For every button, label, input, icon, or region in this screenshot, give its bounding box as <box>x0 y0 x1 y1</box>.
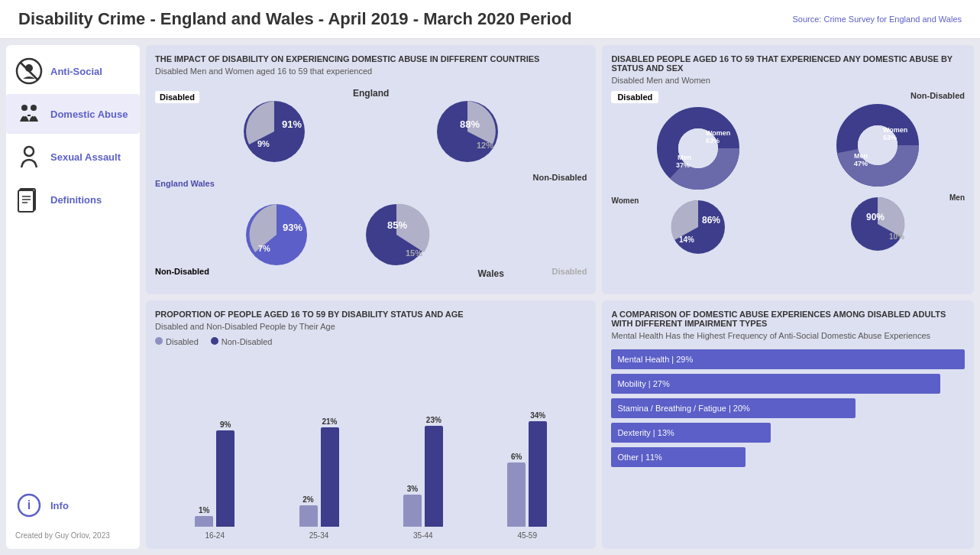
sidebar-item-domestic-abuse[interactable]: Domestic Abuse <box>6 94 140 134</box>
bar-axis-16-24: 16-24 <box>205 531 225 540</box>
sidebar-item-definitions[interactable]: Definitions <box>6 180 140 219</box>
sidebar-info-label: Info <box>50 500 69 511</box>
impairment-bars: Mental Health | 29% Mobility | 27% Stami… <box>611 346 965 540</box>
svg-point-6 <box>24 147 34 156</box>
bar-nondisabled-16-24 <box>216 430 234 527</box>
bar-nondisabled-25-34 <box>321 427 339 527</box>
sidebar-item-info[interactable]: i Info <box>6 485 140 525</box>
svg-text:90%: 90% <box>866 212 885 222</box>
svg-text:Women: Women <box>883 126 907 134</box>
source-text: Source: Crime Survey for England and Wal… <box>792 15 962 24</box>
disabled-right-faded-label: Disabled <box>526 264 587 278</box>
svg-text:63%: 63% <box>706 137 720 144</box>
bar-group-16-24: 1% 9% 16-24 <box>195 420 234 540</box>
main-container: Disability Crime - England and Wales - A… <box>0 0 980 555</box>
impairment-label-2: Stamina / Breathing / Fatigue | 20% <box>617 404 749 413</box>
info-icon: i <box>15 492 43 519</box>
sidebar-item-sexual-assault[interactable]: Sexual Assault <box>6 137 140 177</box>
impairment-bar-stamina: Stamina / Breathing / Fatigue | 20% <box>611 398 855 418</box>
legend-nondisabled-label: Non-Disabled <box>222 337 273 346</box>
sidebar-item-anti-social[interactable]: Anti-Social <box>6 51 140 91</box>
sidebar-item-label-anti-social: Anti-Social <box>50 66 102 77</box>
impairment-label-0: Mental Health | 29% <box>617 355 693 364</box>
svg-text:47%: 47% <box>854 160 868 167</box>
sidebar: Anti-Social Domestic Abuse <box>6 45 140 549</box>
top-right-card: DISABLED PEOPLE AGED 16 TO 59 THAT EXPER… <box>602 45 974 294</box>
bar-disabled-45-59 <box>507 462 526 527</box>
impairment-bar-mobility: Mobility | 27% <box>611 374 940 394</box>
page-title: Disability Crime - England and Wales - A… <box>18 9 572 29</box>
men-nondisabled-bar-section: Men 90% 10% <box>791 193 965 258</box>
impairment-row-3: Dexterity | 13% <box>611 423 965 443</box>
bar-nondisabled-45-59 <box>529 421 547 527</box>
sidebar-created-by: Created by Guy Orlov, 2023 <box>6 528 140 543</box>
impairment-label-3: Dexterity | 13% <box>617 428 674 437</box>
bottom-left-card: PROPORTION OF PEOPLE AGED 16 TO 59 BY DI… <box>146 300 596 550</box>
england-nondisabled-pie: 88% 12% <box>429 93 506 170</box>
sidebar-item-label-sexual-assault: Sexual Assault <box>50 151 121 163</box>
top-left-card-title: THE IMPACT OF DISABILITY ON EXPERIENCING… <box>155 54 587 63</box>
bar-disabled-25-34 <box>299 505 318 527</box>
svg-text:10%: 10% <box>889 232 904 241</box>
bar-group-45-59: 6% 34% 45-59 <box>507 411 547 540</box>
svg-point-4 <box>31 105 37 111</box>
impairment-bar-dexterity: Dexterity | 13% <box>611 423 770 443</box>
svg-text:88%: 88% <box>460 118 480 130</box>
england-disabled-pie: 91% 9% <box>236 93 312 170</box>
svg-text:i: i <box>27 498 31 511</box>
bar-nondisabled-35-44 <box>425 426 443 527</box>
svg-point-2 <box>25 64 33 72</box>
women-pie: 86% 14% <box>611 208 784 261</box>
bar-axis-25-34: 25-34 <box>309 531 329 540</box>
svg-point-3 <box>21 105 27 111</box>
content-area: THE IMPACT OF DISABILITY ON EXPERIENCING… <box>146 45 974 549</box>
wales-label: Wales <box>478 268 504 279</box>
svg-text:37%: 37% <box>676 161 690 169</box>
legend-disabled-label: Disabled <box>166 337 199 346</box>
definitions-icon <box>15 186 43 213</box>
bar-axis-35-44: 35-44 <box>413 531 433 540</box>
england-wales-label: England Wales <box>155 179 216 188</box>
impairment-label-4: Other | 11% <box>617 453 662 462</box>
disabled-status-label: Disabled <box>611 91 658 103</box>
domestic-abuse-icon <box>15 100 43 128</box>
impairment-row-1: Mobility | 27% <box>611 374 965 394</box>
legend-nondisabled-dot <box>211 337 218 345</box>
sidebar-item-label-definitions: Definitions <box>50 194 102 206</box>
non-disabled-label: Non-Disabled <box>155 264 216 278</box>
top-right-card-title: DISABLED PEOPLE AGED 16 TO 59 THAT EXPER… <box>611 54 965 73</box>
wales-disabled-pie: 93% 7% <box>238 196 315 273</box>
svg-text:85%: 85% <box>387 219 407 231</box>
top-row: THE IMPACT OF DISABILITY ON EXPERIENCING… <box>146 45 974 294</box>
top-right-card-subtitle: Disabled Men and Women <box>611 76 965 85</box>
women-disabled-bar-section: Women 86% 14% <box>611 196 784 261</box>
men-pie: 90% 10% <box>791 205 965 258</box>
disabled-donut: Women 63% Men 37% <box>656 106 740 193</box>
non-disabled-status-label: Non-Disabled <box>910 91 965 100</box>
top-left-card-subtitle: Disabled Men and Women aged 16 to 59 tha… <box>155 67 587 76</box>
impairment-bar-other: Other | 11% <box>611 447 746 467</box>
bar-axis-45-59: 45-59 <box>517 531 537 540</box>
svg-text:53%: 53% <box>883 134 897 141</box>
header: Disability Crime - England and Wales - A… <box>0 0 980 39</box>
svg-text:12%: 12% <box>477 141 493 150</box>
bar-group-25-34: 2% 21% 25-34 <box>299 417 339 540</box>
wales-nondisabled-pie: 85% 15% <box>358 196 435 273</box>
bottom-right-card-subtitle: Mental Health Has the Highest Frequency … <box>611 331 965 340</box>
impairment-row-2: Stamina / Breathing / Fatigue | 20% <box>611 398 965 418</box>
non-disabled-right-label: Non-Disabled <box>526 170 587 183</box>
svg-rect-8 <box>18 190 34 212</box>
svg-text:93%: 93% <box>283 222 302 233</box>
svg-text:14%: 14% <box>679 235 694 244</box>
svg-text:Women: Women <box>706 129 730 137</box>
disabled-label: Disabled <box>155 89 216 103</box>
sexual-assault-icon <box>15 143 43 170</box>
svg-text:91%: 91% <box>282 118 302 130</box>
impairment-row-0: Mental Health | 29% <box>611 349 965 369</box>
bar-disabled-16-24 <box>195 516 213 527</box>
top-left-card: THE IMPACT OF DISABILITY ON EXPERIENCING… <box>146 45 596 294</box>
bar-group-35-44: 3% 23% 35-44 <box>403 416 443 540</box>
bottom-right-card-title: A COMPARISON OF DOMESTIC ABUSE EXPERIENC… <box>611 310 965 328</box>
impairment-bar-mental-health: Mental Health | 29% <box>611 349 965 369</box>
bottom-left-card-subtitle: Disabled and Non-Disabled People by Thei… <box>155 322 587 331</box>
